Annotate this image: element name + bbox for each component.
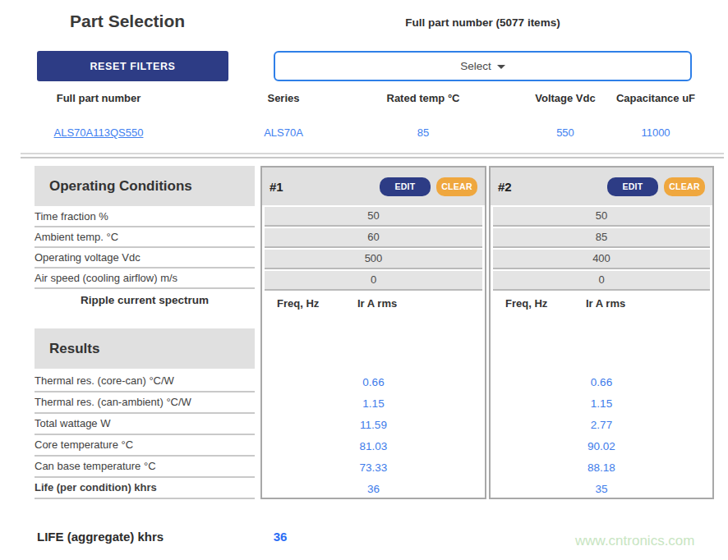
- label-total-wattage: Total wattage W: [35, 414, 255, 435]
- label-thermal-res-core-can: Thermal res. (core-can) °C/W: [35, 371, 255, 392]
- thermal-res-core-can-value: 0.66: [262, 373, 485, 394]
- condition-panel-1: #1 EDIT CLEAR 50 60 500 0 Freq, Hz Ir A …: [260, 166, 486, 499]
- time-fraction-input[interactable]: 50: [265, 207, 482, 227]
- spectrum-column-headers: Freq, Hz Ir A rms: [262, 297, 485, 314]
- operating-voltage-input[interactable]: 400: [493, 250, 710, 269]
- caret-down-icon: [497, 65, 505, 69]
- clear-button[interactable]: CLEAR: [436, 177, 477, 196]
- part-number-link[interactable]: ALS70A113QS550: [54, 126, 144, 139]
- part-selection-page: Part Selection Full part number (5077 it…: [0, 0, 728, 560]
- edit-button[interactable]: EDIT: [380, 177, 431, 196]
- condition-1-header: #1 EDIT CLEAR: [262, 168, 485, 205]
- column-header-voltage: Voltage Vdc: [511, 92, 620, 104]
- condition-1-id: #1: [270, 180, 380, 194]
- full-part-number-count-header: Full part number (5077 items): [274, 16, 692, 29]
- ripple-current-spectrum-label: Ripple current spectrum: [35, 294, 255, 306]
- column-header-full-part-number: Full part number: [25, 92, 173, 104]
- voltage-value: 550: [511, 126, 620, 139]
- total-wattage-value: 11.59: [262, 415, 485, 437]
- column-header-series: Series: [234, 92, 333, 104]
- watermark: www.cntronics.com: [575, 533, 694, 549]
- total-wattage-value: 2.77: [491, 415, 712, 437]
- label-operating-voltage: Operating voltage Vdc: [35, 248, 255, 269]
- section-divider: [21, 153, 724, 158]
- freq-header: Freq, Hz: [277, 297, 319, 310]
- select-label: Select: [460, 60, 491, 72]
- operating-voltage-input[interactable]: 500: [265, 250, 482, 269]
- ambient-temp-input[interactable]: 60: [265, 228, 482, 248]
- freq-header: Freq, Hz: [505, 297, 547, 310]
- series-value: ALS70A: [234, 126, 333, 139]
- condition-panel-2: #2 EDIT CLEAR 50 85 400 0 Freq, Hz Ir A …: [489, 166, 714, 499]
- core-temperature-value: 81.03: [262, 437, 485, 458]
- results-header: Results: [35, 328, 255, 369]
- thermal-res-core-can-value: 0.66: [491, 373, 712, 394]
- time-fraction-input[interactable]: 50: [493, 207, 710, 227]
- label-life-per-condition: Life (per condition) khrs: [35, 478, 255, 499]
- operating-conditions-header: Operating Conditions: [35, 166, 255, 206]
- ambient-temp-input[interactable]: 85: [493, 228, 710, 248]
- page-title: Part Selection: [70, 11, 185, 31]
- spectrum-column-headers: Freq, Hz Ir A rms: [491, 297, 712, 314]
- can-base-temperature-value: 88.18: [491, 458, 712, 480]
- column-header-rated-temp: Rated temp °C: [362, 92, 485, 104]
- column-header-capacitance: Capacitance uF: [606, 92, 706, 104]
- rated-temp-value: 85: [362, 126, 485, 139]
- condition-2-header: #2 EDIT CLEAR: [491, 168, 712, 205]
- air-speed-input[interactable]: 0: [265, 271, 482, 291]
- label-time-fraction: Time fraction %: [35, 207, 255, 227]
- life-per-condition-value: 35: [491, 480, 712, 501]
- thermal-res-can-ambient-value: 1.15: [491, 394, 712, 415]
- reset-filters-button[interactable]: RESET FILTERS: [37, 51, 228, 81]
- label-core-temperature: Core temperature °C: [35, 435, 255, 457]
- label-air-speed: Air speed (cooling airflow) m/s: [35, 269, 255, 289]
- core-temperature-value: 90.02: [491, 437, 712, 458]
- label-thermal-res-can-ambient: Thermal res. (can-ambient) °C/W: [35, 392, 255, 414]
- condition-2-id: #2: [498, 180, 607, 194]
- air-speed-input[interactable]: 0: [493, 271, 710, 291]
- capacitance-value: 11000: [606, 126, 706, 139]
- label-can-base-temperature: Can base temperature °C: [35, 457, 255, 478]
- part-number-select-dropdown[interactable]: Select: [274, 51, 692, 81]
- clear-button[interactable]: CLEAR: [664, 177, 705, 196]
- life-aggregate-value: 36: [247, 530, 313, 544]
- label-ambient-temp: Ambient temp. °C: [35, 227, 255, 248]
- table-row: ALS70A113QS550: [25, 126, 173, 139]
- life-per-condition-value: 36: [262, 480, 485, 501]
- thermal-res-can-ambient-value: 1.15: [262, 394, 485, 415]
- can-base-temperature-value: 73.33: [262, 458, 485, 480]
- ir-header: Ir A rms: [586, 297, 625, 310]
- ir-header: Ir A rms: [357, 297, 397, 310]
- life-aggregate-label: LIFE (aggregate) khrs: [37, 530, 164, 544]
- edit-button[interactable]: EDIT: [607, 177, 658, 196]
